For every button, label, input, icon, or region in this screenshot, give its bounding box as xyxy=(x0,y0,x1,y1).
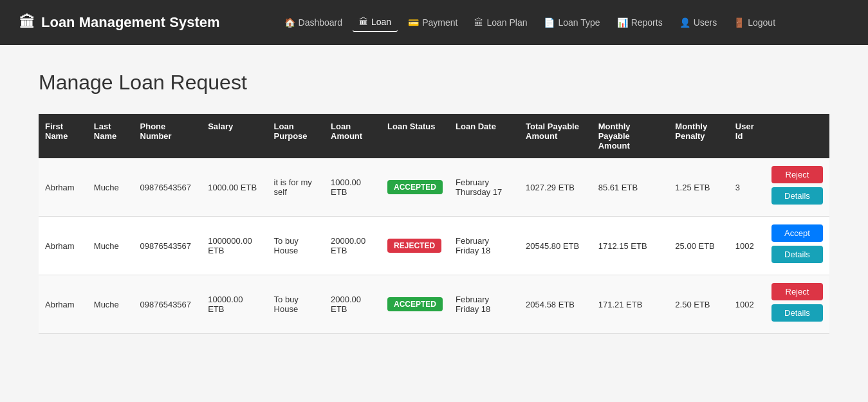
table-cell: To buy House xyxy=(268,275,324,334)
table-header: First NameLast NamePhone NumberSalaryLoa… xyxy=(39,114,829,158)
dashboard-icon: 🏠 xyxy=(284,17,295,28)
table-cell: 20000.00 ETB xyxy=(324,217,381,275)
table-cell: 1027.29 ETB xyxy=(519,158,592,217)
col-header: Phone Number xyxy=(134,114,202,158)
col-header: Total Payable Amount xyxy=(519,114,592,158)
nav-menu: 🏠Dashboard🏛Loan💳Payment🏛Loan Plan📄Loan T… xyxy=(278,13,782,32)
accept-button[interactable]: Accept xyxy=(771,224,823,242)
navbar: 🏛 Loan Management System 🏠Dashboard🏛Loan… xyxy=(0,0,868,45)
nav-item-loan-type[interactable]: 📄Loan Type xyxy=(537,14,606,32)
col-header: Loan Amount xyxy=(324,114,381,158)
table-cell: To buy House xyxy=(268,217,324,275)
table-cell: February Friday 18 xyxy=(449,275,519,334)
table-cell: 2054.58 ETB xyxy=(519,275,592,334)
action-cell: AcceptDetails xyxy=(765,217,829,275)
status-badge: ACCEPTED xyxy=(387,297,443,311)
table-cell: Muche xyxy=(88,158,134,217)
loan-table: First NameLast NamePhone NumberSalaryLoa… xyxy=(39,114,829,334)
loan-plan-icon: 🏛 xyxy=(474,17,483,28)
table-cell: 09876543567 xyxy=(134,158,202,217)
table-cell: 171.21 ETB xyxy=(592,275,669,334)
table-cell: 20545.80 ETB xyxy=(519,217,592,275)
details-button[interactable]: Details xyxy=(771,187,823,205)
nav-label-loan-plan: Loan Plan xyxy=(486,17,527,28)
table-cell: 2000.00 ETB xyxy=(324,275,381,334)
table-cell: 1002 xyxy=(729,275,765,334)
col-header: Monthly Penalty xyxy=(669,114,728,158)
nav-label-loan: Loan xyxy=(371,17,391,27)
table-cell: 1000.00 ETB xyxy=(201,158,267,217)
table-cell: 2.50 ETB xyxy=(669,275,728,334)
reject-button[interactable]: Reject xyxy=(771,166,823,183)
table-cell: 1000000.00 ETB xyxy=(201,217,267,275)
table-row: AbrhamMuche0987654356710000.00 ETBTo buy… xyxy=(39,275,829,334)
table-cell: 25.00 ETB xyxy=(669,217,728,275)
col-header: First Name xyxy=(39,114,88,158)
status-cell: ACCEPTED xyxy=(381,158,449,217)
nav-label-reports: Reports xyxy=(631,17,663,28)
table-row: AbrhamMuche098765435671000.00 ETBit is f… xyxy=(39,158,829,217)
loan-type-icon: 📄 xyxy=(544,17,555,28)
payment-icon: 💳 xyxy=(408,17,419,28)
table-cell: 1712.15 ETB xyxy=(592,217,669,275)
details-button[interactable]: Details xyxy=(771,304,823,322)
nav-label-loan-type: Loan Type xyxy=(558,17,600,28)
loan-table-container: First NameLast NamePhone NumberSalaryLoa… xyxy=(39,114,829,334)
nav-label-payment: Payment xyxy=(422,17,457,28)
table-cell: 1002 xyxy=(729,217,765,275)
table-cell: February Thursday 17 xyxy=(449,158,519,217)
table-cell: February Friday 18 xyxy=(449,217,519,275)
col-header: Loan Date xyxy=(449,114,519,158)
brand-title: Loan Management System xyxy=(41,14,220,31)
table-cell: Abrham xyxy=(39,275,88,334)
status-cell: REJECTED xyxy=(381,217,449,275)
status-badge: REJECTED xyxy=(387,239,441,253)
details-button[interactable]: Details xyxy=(771,246,823,263)
table-cell: Abrham xyxy=(39,217,88,275)
col-header xyxy=(765,114,829,158)
col-header: Last Name xyxy=(88,114,134,158)
col-header: User Id xyxy=(729,114,765,158)
status-cell: ACCEPTED xyxy=(381,275,449,334)
col-header: Monthly Payable Amount xyxy=(592,114,669,158)
nav-item-loan[interactable]: 🏛Loan xyxy=(353,13,398,32)
brand-icon: 🏛 xyxy=(19,14,35,32)
nav-item-logout[interactable]: 🚪Logout xyxy=(727,14,782,32)
table-cell: 09876543567 xyxy=(134,217,202,275)
nav-item-reports[interactable]: 📊Reports xyxy=(611,14,669,32)
table-cell: 10000.00 ETB xyxy=(201,275,267,334)
users-icon: 👤 xyxy=(679,17,690,28)
brand-link[interactable]: 🏛 Loan Management System xyxy=(19,14,220,32)
table-body: AbrhamMuche098765435671000.00 ETBit is f… xyxy=(39,158,829,334)
col-header: Salary xyxy=(201,114,267,158)
action-cell: RejectDetails xyxy=(765,275,829,334)
table-cell: 1000.00 ETB xyxy=(324,158,381,217)
table-cell: Muche xyxy=(88,275,134,334)
loan-icon: 🏛 xyxy=(359,17,368,27)
reject-button[interactable]: Reject xyxy=(771,283,823,300)
col-header: Loan Purpose xyxy=(268,114,324,158)
logout-icon: 🚪 xyxy=(734,17,744,28)
action-cell: RejectDetails xyxy=(765,158,829,217)
page-content: Manage Loan Request First NameLast NameP… xyxy=(0,45,868,360)
nav-item-loan-plan[interactable]: 🏛Loan Plan xyxy=(468,14,533,32)
table-cell: Muche xyxy=(88,217,134,275)
reports-icon: 📊 xyxy=(617,17,628,28)
page-title: Manage Loan Request xyxy=(39,71,829,95)
nav-label-logout: Logout xyxy=(748,17,775,28)
table-cell: it is for my self xyxy=(268,158,324,217)
table-cell: 1.25 ETB xyxy=(669,158,728,217)
nav-item-payment[interactable]: 💳Payment xyxy=(402,14,464,32)
nav-label-users: Users xyxy=(694,17,717,28)
table-cell: 3 xyxy=(729,158,765,217)
table-cell: 85.61 ETB xyxy=(592,158,669,217)
nav-label-dashboard: Dashboard xyxy=(299,17,343,28)
nav-item-users[interactable]: 👤Users xyxy=(673,14,724,32)
table-cell: Abrham xyxy=(39,158,88,217)
col-header: Loan Status xyxy=(381,114,449,158)
table-cell: 09876543567 xyxy=(134,275,202,334)
table-row: AbrhamMuche098765435671000000.00 ETBTo b… xyxy=(39,217,829,275)
status-badge: ACCEPTED xyxy=(387,180,443,194)
nav-item-dashboard[interactable]: 🏠Dashboard xyxy=(278,14,349,32)
